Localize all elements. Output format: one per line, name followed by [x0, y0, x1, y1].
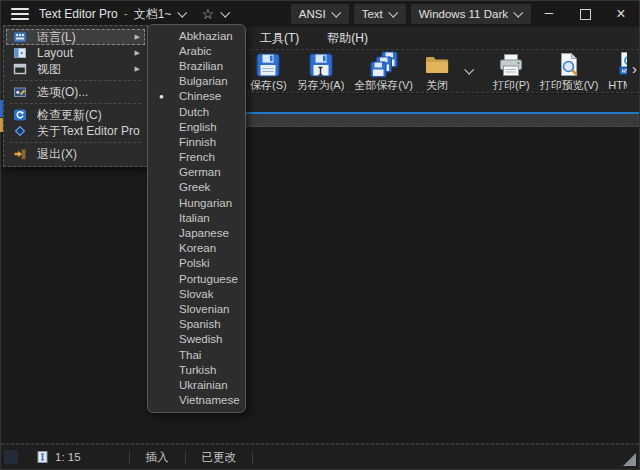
save-as-button[interactable]: 另存为(A) — [292, 50, 350, 92]
encoding-dropdown[interactable]: ANSI — [291, 4, 349, 24]
filetype-dropdown[interactable]: Text — [354, 4, 406, 24]
status-bar: 1: 15 插入 已更改 — [1, 444, 639, 469]
language-option-vietnamese[interactable]: Vietnamese — [148, 393, 245, 408]
maximize-button[interactable] — [567, 1, 603, 27]
toolbar-overflow-chevron[interactable]: › — [632, 62, 637, 76]
language-label: Arabic — [179, 45, 212, 57]
language-label: Dutch — [179, 106, 209, 118]
language-label: Vietnamese — [179, 394, 240, 406]
language-option-ukrainian[interactable]: Ukrainian — [148, 377, 245, 392]
language-option-abkhazian[interactable]: Abkhazian — [148, 28, 245, 43]
title-bar: Text Editor Pro - 文档1~ ☆ ANSI Text Windo… — [1, 1, 639, 27]
favorites-star-icon[interactable]: ☆ — [201, 6, 214, 22]
chevron-down-icon — [464, 64, 474, 74]
menu-item-exit[interactable]: 退出(X) — [6, 146, 145, 162]
language-label: Ukrainian — [179, 379, 228, 391]
language-label: Finnish — [179, 136, 216, 148]
floppy-disk-icon — [254, 51, 282, 79]
chevron-down-icon — [388, 7, 398, 17]
language-option-brazilian[interactable]: Brazilian — [148, 58, 245, 73]
language-label: Spanish — [179, 318, 221, 330]
filetype-value: Text — [362, 8, 383, 20]
resize-grip[interactable] — [623, 453, 636, 466]
language-option-korean[interactable]: Korean — [148, 241, 245, 256]
tab-help[interactable]: 帮助(H) — [313, 27, 382, 49]
folder-icon — [423, 51, 451, 79]
options-icon — [13, 85, 29, 99]
minimize-button[interactable]: – — [531, 0, 567, 30]
stacked-floppy-disks-icon — [370, 51, 398, 79]
caret-position-value: 1: 15 — [55, 451, 81, 463]
hamburger-menu-icon[interactable] — [11, 8, 29, 21]
language-option-spanish[interactable]: Spanish — [148, 317, 245, 332]
maximize-icon — [580, 9, 591, 20]
language-option-greek[interactable]: Greek — [148, 180, 245, 195]
document-dropdown-chevron-icon[interactable] — [178, 7, 188, 17]
language-option-hungarian[interactable]: Hungarian — [148, 195, 245, 210]
save-button[interactable]: 保存(S) — [245, 50, 292, 92]
language-option-dutch[interactable]: Dutch — [148, 104, 245, 119]
menu-separator — [10, 142, 141, 143]
page-magnifier-icon — [555, 51, 583, 79]
language-label: Italian — [179, 212, 210, 224]
menu-separator — [10, 80, 141, 81]
language-option-thai[interactable]: Thai — [148, 347, 245, 362]
main-menu-popup: 语言(L) ▶ Layout ▶ 视图 ▶ — [3, 25, 148, 167]
language-label: Bulgarian — [179, 75, 228, 87]
theme-value: Windows 11 Dark — [419, 8, 508, 20]
print-preview-button[interactable]: 打印预览(V) — [535, 50, 604, 92]
theme-dropdown[interactable]: Windows 11 Dark — [411, 4, 531, 24]
view-window-icon — [13, 62, 29, 76]
favorites-dropdown-chevron-icon[interactable] — [220, 7, 230, 17]
menu-item-about[interactable]: 关于Text Editor Pro(A) — [6, 123, 145, 139]
language-icon — [13, 30, 29, 44]
menu-item-layout[interactable]: Layout ▶ — [6, 45, 145, 61]
print-button[interactable]: 打印(P) — [488, 50, 535, 92]
language-option-chinese-selected[interactable]: ●Chinese — [148, 89, 245, 104]
html-export-button[interactable]: HTML HTML 导 — [603, 50, 627, 92]
menu-item-view[interactable]: 视图 ▶ — [6, 61, 145, 77]
language-option-turkish[interactable]: Turkish — [148, 362, 245, 377]
language-option-finnish[interactable]: Finnish — [148, 134, 245, 149]
caret-position-icon — [36, 450, 49, 464]
caret-position-cell[interactable]: 1: 15 — [26, 445, 91, 469]
language-option-slovak[interactable]: Slovak — [148, 286, 245, 301]
language-option-japanese[interactable]: Japanese — [148, 225, 245, 240]
language-option-french[interactable]: French — [148, 150, 245, 165]
menu-item-options[interactable]: 选项(O)... — [6, 84, 145, 100]
chevron-down-icon — [513, 7, 523, 17]
menu-label: 选项(O)... — [37, 84, 140, 101]
editor-area[interactable] — [1, 127, 639, 444]
language-label: Slovenian — [179, 303, 230, 315]
titlebar-right-group: ANSI Text Windows 11 Dark – × — [286, 1, 639, 27]
print-preview-label: 打印预览(V) — [540, 79, 599, 91]
print-label: 打印(P) — [493, 79, 530, 91]
close-dropdown-arrow[interactable] — [456, 50, 476, 92]
document-name[interactable]: 文档1~ — [134, 6, 172, 23]
language-option-english[interactable]: English — [148, 119, 245, 134]
submenu-arrow-icon: ▶ — [135, 33, 140, 41]
language-option-german[interactable]: German — [148, 165, 245, 180]
language-label: Korean — [179, 242, 216, 254]
language-label: Thai — [179, 349, 201, 361]
language-label: German — [179, 166, 221, 178]
statusbar-separator — [252, 451, 253, 464]
modified-state-cell[interactable]: 已更改 — [186, 445, 253, 469]
language-option-bulgarian[interactable]: Bulgarian — [148, 74, 245, 89]
save-all-button[interactable]: 全部保存(V) — [349, 50, 418, 92]
close-button[interactable]: × — [603, 1, 639, 27]
language-label: Turkish — [179, 364, 216, 376]
menu-item-check-updates[interactable]: 检查更新(C) — [6, 107, 145, 123]
language-label: Japanese — [179, 227, 229, 239]
language-option-portuguese[interactable]: Portuguese — [148, 271, 245, 286]
language-option-polski[interactable]: Polski — [148, 256, 245, 271]
menu-item-language[interactable]: 语言(L) ▶ — [6, 29, 145, 45]
tab-tools[interactable]: 工具(T) — [246, 27, 313, 49]
language-option-italian[interactable]: Italian — [148, 210, 245, 225]
language-option-arabic[interactable]: Arabic — [148, 43, 245, 58]
language-option-slovenian[interactable]: Slovenian — [148, 301, 245, 316]
language-label: Brazilian — [179, 60, 223, 72]
insert-mode-cell[interactable]: 插入 — [130, 445, 185, 469]
language-option-swedish[interactable]: Swedish — [148, 332, 245, 347]
close-file-button[interactable]: 关闭 — [418, 50, 456, 92]
